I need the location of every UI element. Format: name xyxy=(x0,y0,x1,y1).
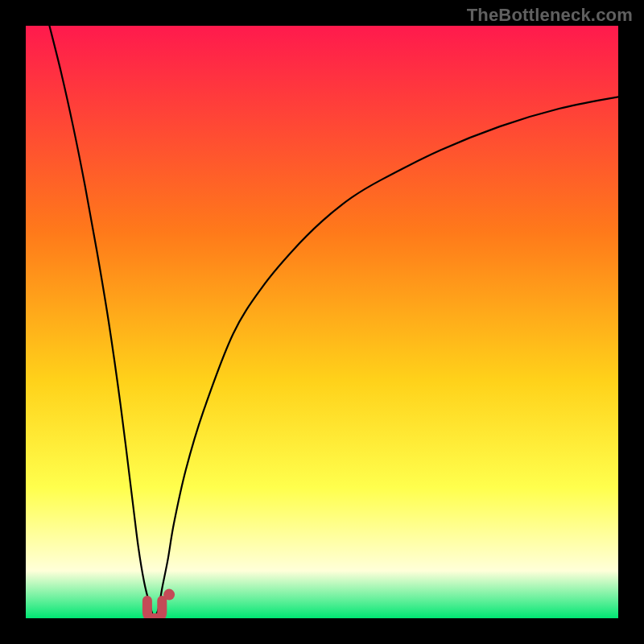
chart-svg xyxy=(26,26,618,618)
chart-frame: TheBottleneck.com xyxy=(0,0,644,644)
watermark: TheBottleneck.com xyxy=(467,5,633,26)
plot-area xyxy=(26,26,618,618)
gradient-background xyxy=(26,26,618,618)
highlight-dot-marker xyxy=(163,589,175,601)
